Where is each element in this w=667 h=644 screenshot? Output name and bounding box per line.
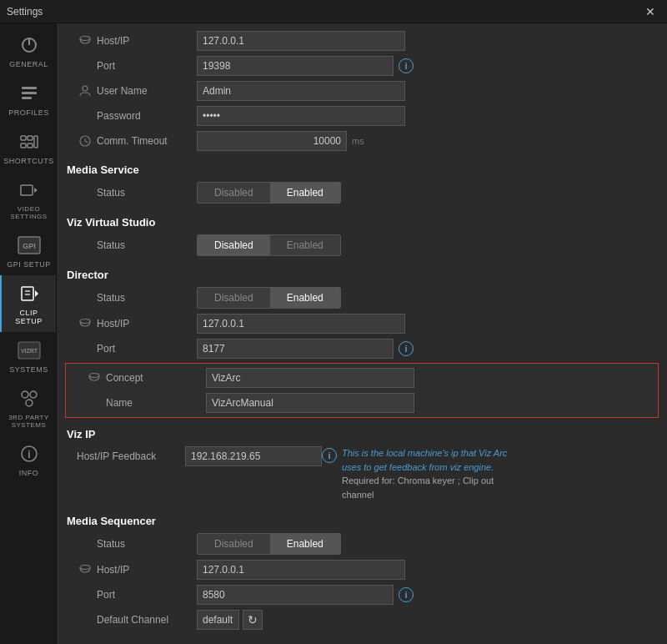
media-seq-toggle: Disabled Enabled — [197, 533, 341, 555]
sidebar-item-shortcuts[interactable]: SHORTCUTS — [0, 123, 56, 172]
media-service-status-row: Status Disabled Enabled — [57, 179, 667, 206]
port-row: Port i — [57, 53, 667, 78]
port-info-icon[interactable]: i — [399, 58, 414, 73]
name-row: Name — [66, 390, 658, 415]
media-service-section: Media Service — [57, 157, 667, 179]
viz-ip-info-line2: uses to get feedback from viz engine. — [342, 460, 525, 475]
media-service-enabled-btn[interactable]: Enabled — [270, 183, 340, 203]
db-icon-host — [77, 34, 93, 48]
comm-timeout-input[interactable] — [197, 131, 347, 151]
comm-timeout-unit: ms — [352, 136, 364, 146]
director-host-ip-input[interactable] — [197, 314, 405, 334]
svg-line-29 — [85, 141, 88, 143]
viz-vs-toggle: Disabled Enabled — [197, 234, 341, 256]
3rd-party-icon — [18, 387, 41, 410]
svg-rect-5 — [21, 136, 26, 140]
media-seq-port-input[interactable] — [197, 585, 394, 605]
svg-rect-7 — [21, 143, 26, 148]
media-seq-port-row: Port i — [57, 582, 667, 607]
svg-point-22 — [26, 400, 33, 406]
host-ip-input[interactable] — [197, 31, 405, 51]
sidebar: GENERAL PROFILES — [0, 23, 57, 644]
director-host-ip-label: Host/IP — [97, 318, 197, 330]
clock-icon — [77, 134, 93, 148]
refresh-button[interactable]: ↻ — [243, 610, 263, 630]
sidebar-item-systems[interactable]: VIZRT SYSTEMS — [0, 332, 56, 380]
media-seq-host-ip-row: Host/IP — [57, 557, 667, 582]
default-channel-select[interactable]: default — [197, 610, 239, 630]
viz-ip-feedback-input[interactable] — [185, 446, 322, 466]
user-name-input[interactable] — [197, 81, 405, 101]
viz-ip-info-text: This is the local machine's ip that Viz … — [342, 446, 525, 501]
concept-label: Concept — [106, 372, 206, 384]
media-service-toggle: Disabled Enabled — [197, 182, 341, 204]
sidebar-item-3rd-party[interactable]: 3RD PARTY SYSTEMS — [0, 380, 56, 435]
host-ip-label: Host/IP — [97, 35, 197, 47]
password-input[interactable] — [197, 106, 405, 126]
viz-vs-enabled-btn[interactable]: Enabled — [270, 235, 340, 255]
sidebar-item-video-settings[interactable]: VIDEO SETTINGS — [0, 172, 56, 227]
svg-rect-4 — [22, 97, 32, 99]
host-ip-row: Host/IP — [57, 28, 667, 53]
director-enabled-btn[interactable]: Enabled — [270, 288, 340, 308]
video-settings-icon — [18, 179, 41, 202]
window-title: Settings — [7, 6, 43, 18]
comm-timeout-row: Comm. Timeout ms — [57, 128, 667, 153]
media-seq-enabled-btn[interactable]: Enabled — [270, 534, 340, 554]
media-seq-host-ip-label: Host/IP — [97, 564, 197, 576]
viz-ip-info-icon[interactable]: i — [322, 448, 337, 463]
clip-setup-icon — [18, 282, 41, 305]
sidebar-label-video-settings: VIDEO SETTINGS — [5, 205, 53, 220]
media-service-status-label: Status — [97, 187, 197, 199]
director-port-info-icon[interactable]: i — [399, 341, 414, 356]
sidebar-label-shortcuts: SHORTCUTS — [3, 157, 53, 165]
director-port-row: Port i — [57, 336, 667, 361]
svg-marker-11 — [34, 188, 38, 193]
viz-ip-input-area: Host/IP Feedback — [77, 446, 310, 466]
svg-rect-14 — [22, 287, 33, 300]
viz-vs-disabled-btn[interactable]: Disabled — [198, 235, 270, 255]
svg-rect-3 — [22, 92, 37, 94]
director-port-input[interactable] — [197, 339, 394, 359]
sidebar-item-gpi-setup[interactable]: GPI GPI SETUP — [0, 227, 56, 275]
content-area: Host/IP Port i User Name — [57, 23, 667, 644]
director-disabled-btn[interactable]: Disabled — [198, 288, 270, 308]
sidebar-label-general: GENERAL — [9, 60, 48, 68]
viz-ip-info-container: i This is the local machine's ip that Vi… — [317, 446, 525, 501]
director-host-ip-row: Host/IP — [57, 311, 667, 336]
user-name-label: User Name — [97, 85, 197, 97]
sidebar-item-general[interactable]: GENERAL — [0, 27, 56, 75]
name-label: Name — [106, 397, 206, 409]
sidebar-item-profiles[interactable]: PROFILES — [0, 75, 56, 123]
media-seq-host-ip-input[interactable] — [197, 560, 405, 580]
name-input[interactable] — [206, 393, 414, 413]
concept-name-section: Concept Name — [65, 363, 659, 418]
viz-vs-status-row: Status Disabled Enabled — [57, 232, 667, 259]
port-label: Port — [97, 60, 197, 72]
sidebar-item-info[interactable]: i INFO — [0, 435, 56, 484]
default-channel-wrapper: default ↻ — [197, 610, 263, 630]
close-button[interactable]: ✕ — [640, 3, 660, 20]
sidebar-label-profiles: PROFILES — [8, 108, 49, 117]
media-seq-port-info-icon[interactable]: i — [399, 587, 414, 602]
director-port-label: Port — [97, 343, 197, 355]
svg-point-31 — [89, 374, 99, 378]
svg-rect-10 — [21, 185, 33, 195]
sidebar-item-clip-setup[interactable]: CLIP SETUP — [0, 275, 56, 332]
sidebar-label-info: INFO — [19, 469, 39, 477]
media-service-disabled-btn[interactable]: Disabled — [198, 183, 270, 203]
director-toggle: Disabled Enabled — [197, 287, 341, 309]
media-seq-status-label: Status — [97, 538, 197, 550]
port-input[interactable] — [197, 56, 394, 76]
power-icon — [18, 33, 41, 57]
svg-point-32 — [80, 566, 90, 570]
user-icon — [77, 84, 93, 98]
sidebar-label-systems: SYSTEMS — [9, 365, 48, 374]
media-seq-disabled-btn[interactable]: Disabled — [198, 534, 270, 554]
concept-input[interactable] — [206, 368, 414, 388]
concept-row: Concept — [66, 365, 658, 390]
profiles-icon — [18, 82, 41, 105]
viz-ip-info-line3: Required for: Chroma keyer ; Clip out ch… — [342, 474, 525, 501]
svg-rect-9 — [34, 136, 38, 148]
svg-marker-15 — [35, 290, 38, 297]
